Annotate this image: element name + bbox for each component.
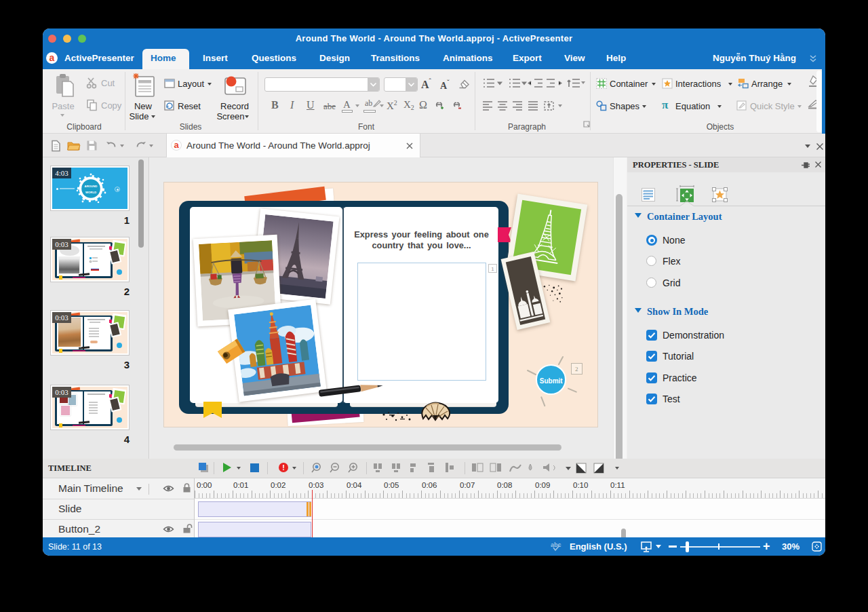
svg-text:WORLD: WORLD — [85, 191, 96, 194]
svg-text:abc: abc — [551, 541, 561, 548]
svg-text:AROUND: AROUND — [85, 185, 98, 188]
